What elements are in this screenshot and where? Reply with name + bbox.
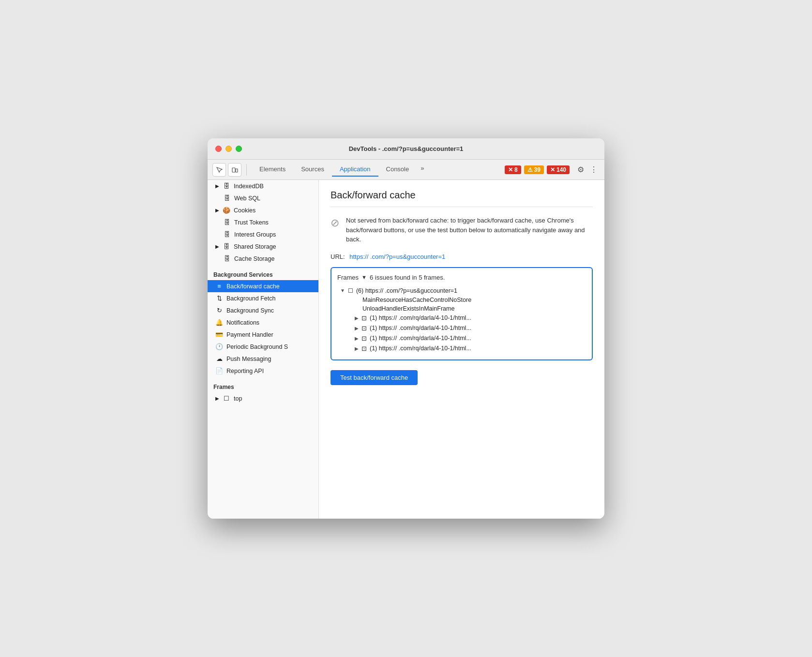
arrow-icon: ▶ <box>215 208 219 213</box>
sidebar-item-top-frame[interactable]: ▶ ☐ top <box>208 392 318 404</box>
devtools-window: DevTools - .com/?p=us&guccounter=1 Eleme… <box>208 138 604 519</box>
sidebar-item-label: Reporting API <box>226 368 264 374</box>
sidebar-item-bfcache[interactable]: ≡ Back/forward cache <box>208 280 318 292</box>
frames-header: Frames ▼ 6 issues found in 5 frames. <box>337 274 586 281</box>
sub-frame-url: (1) https:// .com/rq/darla/4-10-1/html..… <box>370 314 471 321</box>
more-options-button[interactable]: ⋮ <box>588 163 600 176</box>
no-entry-icon: ⊘ <box>331 217 339 229</box>
sub-frame-url: (1) https:// .com/rq/darla/4-10-1/html..… <box>370 335 471 342</box>
device-toolbar-button[interactable] <box>228 163 241 177</box>
minimize-button[interactable] <box>226 146 232 152</box>
issue-2-text: UnloadHandlerExistsInMainFrame <box>362 305 454 312</box>
websql-icon: 🗄 <box>223 194 231 202</box>
arrow-icon: ▶ <box>215 244 219 249</box>
issues-icon: ✕ <box>550 166 555 173</box>
sub-frame-0[interactable]: ▶ ⊡ (1) https:// .com/rq/darla/4-10-1/ht… <box>337 313 586 323</box>
sidebar: ▶ 🗄 IndexedDB 🗄 Web SQL ▶ 🍪 Cookies 🗄 Tr… <box>208 180 319 519</box>
info-box: ⊘ Not served from back/forward cache: to… <box>331 216 593 244</box>
sidebar-item-shared-storage[interactable]: ▶ 🗄 Shared Storage <box>208 240 318 253</box>
window-title: DevTools - .com/?p=us&guccounter=1 <box>349 145 464 152</box>
sidebar-item-label: Trust Tokens <box>234 219 269 226</box>
sidebar-item-periodic-bg[interactable]: 🕐 Periodic Background S <box>208 341 318 353</box>
frames-box: Frames ▼ 6 issues found in 5 frames. ▼ ☐… <box>331 267 593 360</box>
settings-button[interactable]: ⚙ <box>575 163 586 176</box>
sidebar-item-label: Cookies <box>234 207 256 214</box>
tab-application[interactable]: Application <box>332 163 378 177</box>
svg-rect-0 <box>232 168 235 172</box>
sub-frame-icon: ⊡ <box>361 335 367 342</box>
issue-row-2: UnloadHandlerExistsInMainFrame <box>337 304 586 313</box>
sidebar-item-indexeddb[interactable]: ▶ 🗄 IndexedDB <box>208 180 318 192</box>
reporting-api-icon: 📄 <box>215 367 223 374</box>
url-value[interactable]: https:// .com/?p=us&guccounter=1 <box>349 253 445 260</box>
warning-count: 39 <box>534 166 541 173</box>
error-count: 8 <box>514 166 518 173</box>
inspect-element-button[interactable] <box>212 163 226 177</box>
badge-group: ✕ 8 ⚠ 39 ✕ 140 <box>505 165 570 174</box>
periodic-bg-icon: 🕐 <box>215 343 223 350</box>
trust-tokens-icon: 🗄 <box>223 219 231 226</box>
warning-icon: ⚠ <box>527 166 533 173</box>
tab-elements[interactable]: Elements <box>252 163 293 177</box>
sub-frame-url: (1) https:// .com/rq/darla/4-10-1/html..… <box>370 345 471 352</box>
more-tabs-button[interactable]: » <box>417 163 428 177</box>
frame-window-icon: ☐ <box>348 287 353 294</box>
frame-icon: ☐ <box>223 395 230 402</box>
sidebar-item-label: Interest Groups <box>234 231 276 238</box>
sidebar-item-websql[interactable]: 🗄 Web SQL <box>208 192 318 204</box>
background-services-title: Background Services <box>208 265 318 280</box>
sidebar-item-bg-sync[interactable]: ↻ Background Sync <box>208 304 318 316</box>
sidebar-item-interest-groups[interactable]: 🗄 Interest Groups <box>208 228 318 240</box>
traffic-lights <box>215 146 242 152</box>
sub-frame-2[interactable]: ▶ ⊡ (1) https:// .com/rq/darla/4-10-1/ht… <box>337 333 586 343</box>
main-content: ▶ 🗄 IndexedDB 🗄 Web SQL ▶ 🍪 Cookies 🗄 Tr… <box>208 180 604 519</box>
interest-groups-icon: 🗄 <box>223 231 231 238</box>
tab-sources[interactable]: Sources <box>293 163 332 177</box>
sidebar-item-cache-storage[interactable]: 🗄 Cache Storage <box>208 253 318 265</box>
sidebar-item-label: Payment Handler <box>226 331 273 338</box>
test-bfcache-button[interactable]: Test back/forward cache <box>331 370 418 385</box>
sub-frame-3[interactable]: ▶ ⊡ (1) https:// .com/rq/darla/4-10-1/ht… <box>337 343 586 354</box>
cache-storage-icon: 🗄 <box>223 255 231 262</box>
sidebar-item-notifications[interactable]: 🔔 Notifications <box>208 316 318 328</box>
notifications-icon: 🔔 <box>215 319 223 326</box>
info-description: Not served from back/forward cache: to t… <box>346 216 593 244</box>
sidebar-item-label: Web SQL <box>234 195 260 202</box>
frames-collapse-icon[interactable]: ▼ <box>361 274 367 280</box>
sidebar-item-payment-handler[interactable]: 💳 Payment Handler <box>208 328 318 341</box>
toolbar-separator <box>246 164 247 176</box>
frames-label: Frames <box>337 274 359 281</box>
push-messaging-icon: ☁ <box>215 355 223 362</box>
bfcache-icon: ≡ <box>215 283 223 290</box>
sidebar-item-label: Cache Storage <box>234 255 274 262</box>
error-badge[interactable]: ✕ 8 <box>505 165 521 174</box>
expand-arrow-icon: ▶ <box>355 326 359 331</box>
sub-frame-icon: ⊡ <box>361 325 367 332</box>
bg-fetch-icon: ⇅ <box>215 295 223 302</box>
shared-storage-icon: 🗄 <box>223 243 230 250</box>
sidebar-item-trust-tokens[interactable]: 🗄 Trust Tokens <box>208 216 318 228</box>
sidebar-item-label: Back/forward cache <box>226 283 280 290</box>
main-frame-row[interactable]: ▼ ☐ (6) https:// .com/?p=us&guccounter=1 <box>337 286 586 296</box>
collapse-arrow-icon: ▼ <box>340 288 345 293</box>
sidebar-item-cookies[interactable]: ▶ 🍪 Cookies <box>208 204 318 216</box>
sidebar-item-reporting-api[interactable]: 📄 Reporting API <box>208 365 318 377</box>
issues-badge[interactable]: ✕ 140 <box>547 165 570 174</box>
sub-frame-1[interactable]: ▶ ⊡ (1) https:// .com/rq/darla/4-10-1/ht… <box>337 323 586 333</box>
page-title: Back/forward cache <box>331 190 593 207</box>
issues-count: 140 <box>556 166 566 173</box>
close-button[interactable] <box>215 146 222 152</box>
sidebar-item-label: top <box>234 395 242 402</box>
expand-arrow-icon: ▶ <box>355 346 359 351</box>
sidebar-item-push-messaging[interactable]: ☁ Push Messaging <box>208 353 318 365</box>
sidebar-item-label: Notifications <box>226 319 259 326</box>
bg-sync-icon: ↻ <box>215 307 223 314</box>
toolbar-tabs: Elements Sources Application Console » <box>252 163 500 177</box>
arrow-icon: ▶ <box>215 396 219 401</box>
sidebar-item-bg-fetch[interactable]: ⇅ Background Fetch <box>208 292 318 304</box>
warning-badge[interactable]: ⚠ 39 <box>524 165 544 174</box>
maximize-button[interactable] <box>236 146 242 152</box>
tab-console[interactable]: Console <box>378 163 417 177</box>
issue-row-1: MainResourceHasCacheControlNoStore <box>337 296 586 304</box>
sidebar-item-label: IndexedDB <box>234 183 264 190</box>
